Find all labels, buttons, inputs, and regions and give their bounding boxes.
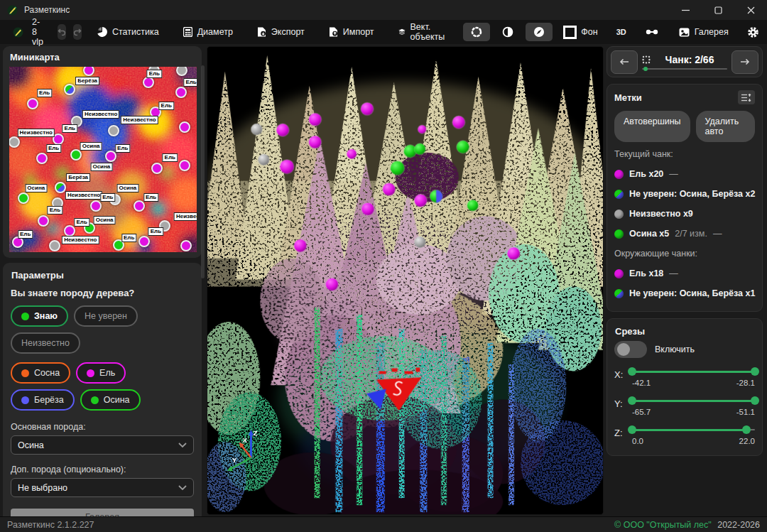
chunk-progress-slider[interactable] [642, 68, 727, 70]
prev-chunk-button[interactable] [611, 50, 638, 74]
background-checkbox[interactable]: Фон [563, 26, 597, 39]
spruce-marker[interactable] [414, 194, 427, 207]
knowledge-button[interactable]: Знаю [11, 305, 68, 327]
slice-range-slider[interactable] [632, 396, 755, 406]
mark-list-item[interactable]: Неизвестно x9 [614, 209, 755, 219]
spruce-marker[interactable] [361, 102, 374, 115]
minimap-tree-dot[interactable] [175, 87, 187, 98]
minimap-tree-dot[interactable] [134, 200, 145, 212]
slice-range-slider[interactable] [632, 367, 755, 376]
pencil-tool-icon[interactable] [13, 27, 23, 38]
spruce-marker[interactable] [452, 116, 465, 129]
minimap-tree-dot[interactable] [27, 98, 38, 109]
spruce-marker[interactable] [383, 183, 396, 196]
slider-handle-min[interactable] [628, 367, 636, 376]
slider-min-value: -42.1 [632, 379, 651, 387]
spruce-marker[interactable] [361, 202, 374, 215]
spruce-marker[interactable] [276, 124, 289, 136]
close-button[interactable] [734, 0, 767, 20]
delete-auto-button[interactable]: Удалить авто [696, 111, 755, 142]
spruce-marker[interactable] [280, 160, 294, 174]
minimap-tree-dot[interactable] [64, 84, 75, 95]
link-points-button[interactable] [638, 23, 665, 41]
spruce-marker[interactable] [347, 149, 357, 159]
spruce-marker[interactable] [294, 239, 307, 252]
species-button[interactable]: Ель [76, 362, 126, 384]
minimap-tree-dot[interactable] [64, 225, 75, 237]
slider-handle-max[interactable] [742, 425, 751, 434]
spruce-marker[interactable] [418, 125, 426, 134]
spruce-marker[interactable] [309, 113, 322, 126]
main-species-select[interactable]: Осина [11, 435, 194, 455]
spruce-marker[interactable] [507, 247, 520, 260]
unknown-marker[interactable] [251, 124, 262, 135]
surrounding-chunks-mark-list: Ель x18—Не уверен: Осина, Берёза x1 [614, 268, 755, 298]
slice-range-slider[interactable] [632, 425, 755, 435]
minimap-tree-dot[interactable] [38, 215, 49, 227]
aspen-marker[interactable] [414, 143, 425, 155]
minimap-tree-dot[interactable] [70, 149, 82, 161]
aspen-marker[interactable] [467, 200, 479, 211]
minimap-tree-dot[interactable] [49, 240, 60, 251]
knowledge-button[interactable]: Не уверен [74, 305, 138, 327]
unknown-marker[interactable] [258, 154, 269, 165]
minimap-tree-dot[interactable] [180, 240, 192, 251]
chunk-view-toggle-button[interactable] [463, 23, 490, 41]
mark-list-item[interactable]: Осина x52/7 изм.— [614, 229, 755, 239]
export-button[interactable]: Экспорт [250, 23, 312, 40]
minimize-button[interactable] [669, 0, 702, 20]
species-button[interactable]: Осина [80, 389, 141, 411]
compass-tool-button[interactable] [526, 23, 553, 41]
extra-species-select[interactable]: Не выбрано [11, 478, 194, 497]
marks-sort-button[interactable] [738, 90, 755, 104]
slider-handle-min[interactable] [628, 425, 636, 434]
slices-enable-label: Включить [655, 344, 695, 354]
sidebar-scrollbar[interactable] [201, 65, 205, 278]
minimap-tree-dot[interactable] [90, 200, 102, 212]
aspen-marker[interactable] [391, 161, 405, 175]
minimap-tree-dot[interactable] [151, 163, 163, 174]
copyright-link[interactable]: © ООО "Открытый лес" [614, 520, 712, 530]
minimap-tree-dot[interactable] [138, 236, 150, 247]
vector-objects-button[interactable]: Вект. объекты [391, 18, 456, 45]
unknown-marker[interactable] [414, 237, 425, 248]
slider-handle-min[interactable] [628, 396, 636, 405]
minimap-canvas[interactable]: БерёзаЕльЕльЕльНеизвестноНеизвестноЕльЕл… [9, 67, 197, 252]
maximize-button[interactable] [702, 0, 734, 20]
undo-button[interactable] [58, 24, 66, 40]
aspen-marker[interactable] [457, 141, 469, 153]
spruce-marker[interactable] [309, 136, 322, 148]
minimap-tree-dot[interactable] [179, 160, 190, 171]
tree-gallery-button[interactable]: Галерея [11, 509, 194, 516]
knowledge-button[interactable]: Неизвестно [11, 332, 80, 354]
species-button[interactable]: Берёза [11, 389, 75, 411]
statistics-button[interactable]: Статистика [90, 23, 166, 40]
minimap-tree-dot[interactable] [18, 192, 29, 204]
mark-list-item[interactable]: Ель x18— [614, 268, 755, 278]
main-species-label: Основная порода: [11, 422, 194, 432]
settings-button[interactable] [747, 26, 759, 38]
auto-vertices-button[interactable]: Автовершины [614, 111, 690, 142]
minimap-tree-dot[interactable] [108, 125, 119, 136]
pie-chart-icon [97, 27, 107, 37]
diameter-button[interactable]: Диаметр [176, 23, 240, 40]
slider-handle-max[interactable] [751, 396, 759, 405]
import-button[interactable]: Импорт [322, 23, 381, 40]
slices-enable-toggle[interactable] [614, 341, 647, 358]
pointcloud-viewport[interactable]: Z X Y [207, 46, 604, 515]
redo-button[interactable] [73, 24, 82, 40]
minimap-tree-dot[interactable] [55, 182, 66, 193]
minimap-tree-dot[interactable] [36, 153, 48, 164]
gallery-button[interactable]: Галерея [672, 23, 736, 40]
species-button[interactable]: Сосна [11, 362, 70, 384]
mark-list-item[interactable]: Не уверен: Осина, Берёза x1 [614, 288, 755, 298]
minimap-tree-dot[interactable] [179, 121, 190, 133]
spruce-marker[interactable] [326, 278, 339, 291]
slider-handle-max[interactable] [751, 367, 759, 376]
minimap-species-label: Берёза [75, 77, 99, 85]
mark-list-item[interactable]: Ель x20— [614, 169, 755, 179]
contrast-toggle-button[interactable] [494, 23, 521, 41]
mode-3d-button[interactable]: 3D [616, 28, 626, 36]
next-chunk-button[interactable] [731, 50, 758, 74]
mark-list-item[interactable]: Не уверен: Осина, Берёза x2 [614, 189, 755, 199]
